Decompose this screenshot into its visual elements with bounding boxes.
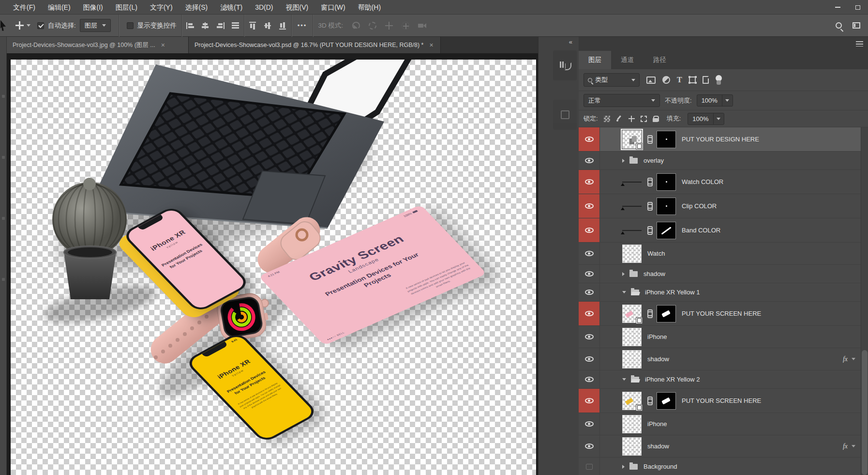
- collapse-panels-button[interactable]: «: [569, 38, 572, 46]
- tab-channels[interactable]: 通道: [611, 51, 644, 69]
- document-tab-jpg[interactable]: Project-Devices-Showcase-vol3.jpg @ 100%…: [7, 37, 189, 53]
- hidden-eye-checkbox[interactable]: [586, 464, 593, 470]
- close-icon[interactable]: ×: [160, 41, 166, 49]
- layer-mask-thumbnail[interactable]: [657, 222, 676, 239]
- collapsed-panel-button-2[interactable]: [553, 100, 577, 130]
- layer-row-shadow-group[interactable]: shadow: [579, 265, 868, 283]
- visibility-cell[interactable]: [579, 283, 600, 301]
- collapsed-panel-button[interactable]: [553, 50, 577, 80]
- 3d-roll-icon[interactable]: [369, 22, 376, 30]
- filter-toggle-icon[interactable]: [716, 75, 722, 85]
- visibility-cell[interactable]: [579, 152, 600, 169]
- chevron-down-icon[interactable]: [852, 445, 855, 447]
- visibility-cell[interactable]: [579, 458, 600, 475]
- filter-shape-layers-icon[interactable]: [689, 77, 696, 83]
- menu-help[interactable]: 帮助(H): [352, 0, 387, 15]
- menu-view[interactable]: 视图(V): [279, 0, 314, 15]
- visibility-cell[interactable]: [579, 265, 600, 283]
- filter-type-layers-icon[interactable]: T: [677, 76, 682, 84]
- menu-select[interactable]: 选择(S): [179, 0, 214, 15]
- menu-window[interactable]: 窗口(W): [314, 0, 352, 15]
- chevron-down-icon[interactable]: [622, 291, 626, 293]
- blend-mode-dropdown[interactable]: 正常: [584, 94, 660, 107]
- align-middle-icon[interactable]: [264, 22, 272, 30]
- chevron-down-icon[interactable]: [852, 358, 855, 360]
- lock-image-pixels-icon[interactable]: [616, 115, 623, 122]
- layer-row-put-your-screen-here-1[interactable]: PUT YOUR SCREEN HERE: [579, 302, 868, 326]
- layer-row-iphone-1[interactable]: iPhone: [579, 326, 868, 348]
- layer-thumbnail[interactable]: [622, 328, 642, 346]
- visibility-cell[interactable]: [579, 413, 600, 435]
- visibility-cell[interactable]: [579, 435, 600, 457]
- opacity-dropdown[interactable]: 100%: [697, 94, 733, 107]
- layer-row-overlay[interactable]: overlay: [579, 152, 868, 170]
- menu-filter[interactable]: 滤镜(T): [214, 0, 249, 15]
- lock-transparent-pixels-icon[interactable]: [604, 116, 610, 122]
- align-right-icon[interactable]: [216, 22, 224, 30]
- more-options-button[interactable]: •••: [298, 22, 307, 29]
- lock-artboard-icon[interactable]: [641, 116, 647, 122]
- layer-row-watch[interactable]: Watch: [579, 243, 868, 265]
- layer-mask-thumbnail[interactable]: [657, 392, 676, 410]
- visibility-cell[interactable]: [579, 218, 600, 242]
- visibility-cell[interactable]: [579, 370, 600, 388]
- tool-preset-chevron-icon[interactable]: [27, 24, 30, 27]
- minimize-button[interactable]: [827, 0, 848, 15]
- filter-type-dropdown[interactable]: 类型: [584, 73, 640, 87]
- close-icon[interactable]: ×: [429, 41, 434, 49]
- align-left-icon[interactable]: [186, 22, 195, 30]
- visibility-cell[interactable]: [579, 348, 600, 370]
- layer-thumbnail[interactable]: [622, 415, 642, 433]
- fill-layer-thumbnail[interactable]: [622, 206, 642, 207]
- fill-layer-thumbnail[interactable]: [622, 182, 642, 183]
- menu-file[interactable]: 文件(F): [7, 0, 42, 15]
- layer-mask-thumbnail[interactable]: [657, 198, 676, 215]
- chevron-right-icon[interactable]: [622, 159, 625, 163]
- chevron-right-icon[interactable]: [622, 272, 625, 276]
- align-bottom-icon[interactable]: [279, 22, 287, 30]
- menu-3d[interactable]: 3D(D): [249, 0, 279, 15]
- tab-layers[interactable]: 图层: [579, 51, 611, 69]
- layer-row-iphone-2[interactable]: iPhone: [579, 413, 868, 435]
- layer-row-shadow-fx-2[interactable]: shadow fx: [579, 435, 868, 458]
- visibility-cell[interactable]: [579, 243, 600, 264]
- visibility-cell[interactable]: [579, 127, 600, 151]
- visibility-cell[interactable]: [579, 326, 600, 348]
- layer-mask-thumbnail[interactable]: [657, 305, 676, 322]
- panel-menu-icon[interactable]: [856, 41, 863, 46]
- smart-object-thumbnail[interactable]: [622, 392, 642, 410]
- layer-row-band-color[interactable]: Band COLOR: [579, 218, 868, 243]
- workspace-switcher-icon[interactable]: [853, 22, 860, 29]
- layer-row-background[interactable]: Background: [579, 458, 868, 475]
- filter-smart-objects-icon[interactable]: [703, 76, 709, 84]
- visibility-cell[interactable]: [579, 170, 600, 194]
- layer-row-iphone-xr-yellow-1[interactable]: iPhone XR Yellow 1: [579, 283, 868, 302]
- distribute-vertical-icon[interactable]: [231, 22, 239, 30]
- 3d-orbit-icon[interactable]: [352, 22, 360, 30]
- align-top-icon[interactable]: [249, 22, 257, 30]
- 3d-pan-icon[interactable]: [385, 22, 393, 30]
- layer-row-put-your-design-here[interactable]: PUT YOUR DESIGN HERE: [579, 127, 868, 152]
- lock-position-icon[interactable]: [629, 116, 635, 122]
- align-center-horizontal-icon[interactable]: [201, 22, 210, 30]
- chevron-down-icon[interactable]: [622, 378, 626, 381]
- tab-paths[interactable]: 路径: [644, 51, 676, 69]
- smart-object-thumbnail[interactable]: [622, 130, 642, 149]
- layer-effects-badge[interactable]: fx: [843, 443, 848, 450]
- layer-row-watch-color[interactable]: Watch COLOR: [579, 170, 868, 194]
- tools-panel-sliver[interactable]: [0, 37, 7, 475]
- move-tool-icon[interactable]: [15, 21, 24, 30]
- visibility-cell[interactable]: [579, 194, 600, 218]
- scrollbar-thumb[interactable]: [862, 350, 868, 475]
- layer-mask-thumbnail[interactable]: [657, 173, 676, 191]
- layer-row-iphone-xr-yellow-2[interactable]: iPhone XR Yellow 2: [579, 370, 868, 389]
- layer-mask-thumbnail[interactable]: [657, 131, 676, 148]
- layer-effects-badge[interactable]: fx: [843, 355, 848, 363]
- visibility-cell[interactable]: [579, 302, 600, 325]
- filter-pixel-layers-icon[interactable]: [646, 77, 656, 84]
- 3d-slide-icon[interactable]: [402, 22, 409, 30]
- document-tab-psd[interactable]: Project-Devices-Showcase-vol3.psd @ 16.7…: [189, 37, 441, 53]
- fill-layer-thumbnail[interactable]: [622, 230, 642, 231]
- layer-row-shadow-fx-1[interactable]: shadow fx: [579, 348, 868, 370]
- layer-thumbnail[interactable]: [622, 350, 642, 368]
